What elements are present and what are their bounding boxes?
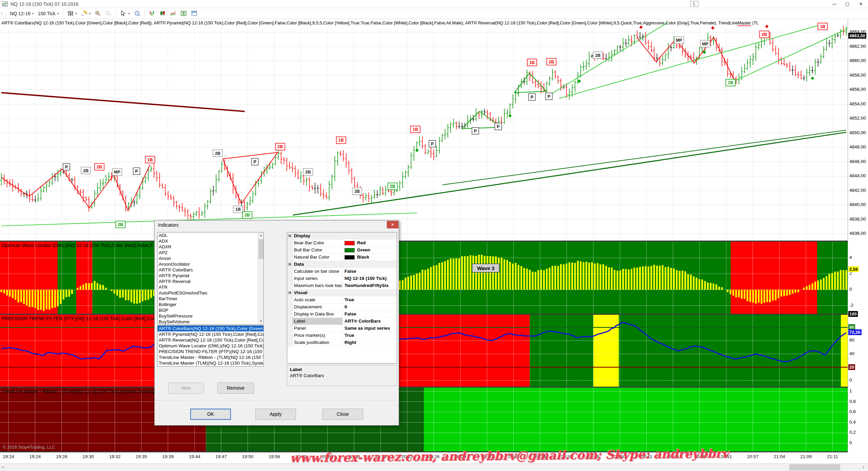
- linechart-style-button[interactable]: [168, 9, 178, 17]
- scrollbar-thumb[interactable]: [258, 239, 263, 259]
- trendline[interactable]: [730, 29, 846, 83]
- property-row[interactable]: PanelSame as input series: [287, 325, 397, 332]
- applied-indicator-item[interactable]: TrendLine Master (TLM)(NQ 12-16 (150 Tic…: [158, 360, 263, 366]
- signal-marker[interactable]: [593, 52, 603, 59]
- signal-marker[interactable]: [674, 37, 684, 43]
- trendline[interactable]: [1, 93, 245, 111]
- indicator-list-item[interactable]: ADX: [158, 238, 263, 244]
- applied-indicator-item[interactable]: Optimum Wave Locator (OWL)(NQ 12-16 (150…: [158, 343, 263, 349]
- applied-indicators-list[interactable]: ART® ColorBars(NQ 12-16 (150 Tick),Color…: [157, 325, 264, 367]
- signal-marker[interactable]: [213, 150, 222, 157]
- indicator-list-item[interactable]: BuySellPressure: [158, 313, 263, 319]
- property-row[interactable]: Display in Data BoxFalse: [287, 311, 397, 318]
- property-row[interactable]: Natural Bar ColorBlack: [287, 254, 397, 261]
- trendline[interactable]: [442, 130, 846, 185]
- indicator-list-item[interactable]: ADXR: [158, 244, 263, 250]
- property-row[interactable]: Auto scaleTrue: [287, 296, 397, 304]
- signal-marker[interactable]: [547, 58, 556, 65]
- instrument-selector[interactable]: NQ 12-16▾: [8, 10, 36, 17]
- interval-selector[interactable]: 150 Tick▾: [36, 10, 61, 17]
- intervals-button[interactable]: ▾: [65, 9, 79, 17]
- signal-marker[interactable]: [527, 59, 537, 66]
- applied-indicator-item[interactable]: ART® Reversal(NQ 12-16 (150 Tick),Color …: [158, 337, 263, 343]
- collapse-icon[interactable]: ⊟: [287, 289, 293, 296]
- signal-marker[interactable]: [336, 137, 346, 144]
- trendline[interactable]: [559, 24, 825, 99]
- indicator-list-item[interactable]: ART® Pyramid: [158, 273, 263, 279]
- indicator-list-item[interactable]: BuySellVolume: [158, 319, 263, 325]
- close-button[interactable]: ✕: [855, 1, 867, 7]
- indicator-list-item[interactable]: AutoPlotESOneAndTwo: [158, 290, 263, 296]
- ok-button[interactable]: OK: [190, 409, 231, 420]
- price-axis[interactable]: 4836,004838,004840,004842,004844,004846,…: [848, 19, 868, 452]
- signal-marker[interactable]: [303, 168, 313, 175]
- signal-marker[interactable]: [133, 168, 140, 175]
- indicator-list-item[interactable]: ADL: [158, 232, 263, 238]
- scrollbar-thumb[interactable]: [789, 464, 840, 470]
- dialog-close-button[interactable]: ✕: [387, 221, 398, 228]
- applied-indicator-item[interactable]: ART® ColorBars(NQ 12-16 (150 Tick),Color…: [158, 326, 263, 331]
- zoom-out-button[interactable]: [103, 9, 114, 17]
- toolbar-grip[interactable]: ⁞⁞: [1, 11, 2, 16]
- resize-grip[interactable]: ⋰: [394, 420, 398, 425]
- indicator-list-item[interactable]: ART® ColorBars: [158, 267, 263, 273]
- pattern-line[interactable]: [514, 73, 547, 93]
- signal-marker[interactable]: [242, 212, 252, 219]
- property-row[interactable]: Calculate on bar closeFalse: [287, 268, 397, 275]
- signal-marker[interactable]: [726, 79, 735, 86]
- link-group-button[interactable]: L: [690, 1, 698, 7]
- minimize-button[interactable]: —: [829, 1, 840, 7]
- trendline[interactable]: [293, 132, 846, 215]
- applied-indicator-item[interactable]: ART® Pyramid(NQ 12-16 (150 Tick),Color […: [158, 331, 263, 337]
- indicator-list-item[interactable]: ART® Reversal: [158, 279, 263, 284]
- signal-marker[interactable]: [112, 168, 122, 175]
- property-row[interactable]: Price marker(s)True: [287, 332, 397, 339]
- property-row[interactable]: Displacement0: [287, 304, 397, 311]
- panel-separator[interactable]: [0, 241, 868, 242]
- signal-marker[interactable]: [275, 143, 285, 150]
- signal-marker[interactable]: [411, 126, 420, 133]
- signal-marker[interactable]: [252, 159, 258, 165]
- signal-marker[interactable]: [529, 94, 535, 100]
- close-dialog-button[interactable]: Close: [322, 409, 363, 420]
- property-category-row[interactable]: ⊟Display: [287, 232, 397, 240]
- draw-pencil-button[interactable]: ▾: [79, 9, 93, 17]
- indicator-list-item[interactable]: BarTimer: [158, 296, 263, 302]
- indicators-dialog[interactable]: Indicators ✕ ADLADXADXRAPZAroonAroonOsci…: [154, 220, 399, 426]
- maximize-button[interactable]: ▢: [842, 1, 853, 7]
- new-button[interactable]: New: [168, 383, 204, 394]
- scroll-right-icon[interactable]: ›: [863, 464, 864, 470]
- indicator-list-item[interactable]: ATR: [158, 284, 263, 290]
- collapse-icon[interactable]: ⊟: [287, 232, 293, 240]
- zoom-in-button[interactable]: [93, 9, 103, 17]
- signal-marker[interactable]: [145, 156, 155, 163]
- property-row[interactable]: Input seriesNQ 12-16 (150 Tick): [287, 275, 397, 282]
- data-box-button[interactable]: [132, 9, 142, 17]
- property-row[interactable]: Bull Bar ColorGreen: [287, 247, 397, 254]
- panel-separator[interactable]: [0, 314, 868, 315]
- indicator-properties-grid[interactable]: ⊟DisplayBear Bar ColorRedBull Bar ColorG…: [287, 232, 397, 364]
- property-category-row[interactable]: ⊟Visual: [287, 289, 397, 296]
- layout-panel-button[interactable]: [189, 9, 199, 17]
- scroll-up-icon[interactable]: ▲: [258, 232, 264, 238]
- signal-marker[interactable]: [116, 221, 125, 228]
- indicator-list-item[interactable]: AroonOscillator: [158, 261, 263, 267]
- available-indicators-list[interactable]: ADLADXADXRAPZAroonAroonOscillatorART® Co…: [157, 232, 264, 325]
- apply-button[interactable]: Apply: [255, 409, 296, 420]
- property-row[interactable]: LabelART® ColorBars: [287, 318, 397, 325]
- dialog-titlebar[interactable]: Indicators: [155, 221, 399, 229]
- signal-marker[interactable]: [429, 140, 436, 147]
- signal-marker[interactable]: [546, 93, 552, 100]
- signal-marker[interactable]: [63, 163, 70, 170]
- signal-marker[interactable]: [472, 127, 479, 134]
- signal-marker[interactable]: [760, 31, 769, 38]
- pattern-line[interactable]: [462, 111, 501, 129]
- cursor-tool-button[interactable]: ▾: [118, 9, 132, 17]
- chart-canvas[interactable]: P2B2BMPP1B2B2B1B2BP2B2B2B2B1B1BPPP1B2BPP…: [0, 0, 868, 471]
- scroll-left-icon[interactable]: ‹: [2, 464, 4, 470]
- signal-marker[interactable]: [81, 167, 91, 174]
- remove-button[interactable]: Remove: [217, 383, 254, 394]
- signal-marker[interactable]: [388, 183, 397, 190]
- indicator-list-item[interactable]: APZ: [158, 250, 263, 255]
- account-dollar-button[interactable]: $: [178, 9, 189, 17]
